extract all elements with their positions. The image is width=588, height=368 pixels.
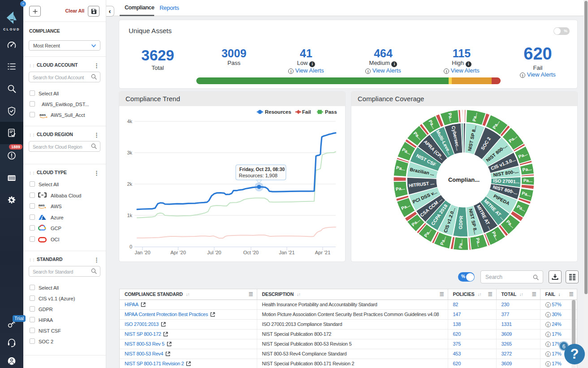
svg-text:Fail: Fail [302,109,311,115]
svg-text:Oct '20: Oct '20 [243,250,259,255]
svg-text:1k: 1k [127,213,132,218]
svg-text:Friday, Oct 23, 08:30: Friday, Oct 23, 08:30 [239,167,285,172]
svg-text:Resources: Resources [265,109,291,115]
svg-text:Jan '20: Jan '20 [134,250,150,255]
svg-text:Pa...: Pa... [458,239,463,248]
svg-text:Pass: Pass [325,109,337,115]
svg-text:Resources: 1,908: Resources: 1,908 [239,173,277,178]
svg-text:ISO 27001...: ISO 27001... [493,178,519,184]
svg-text:Jul '20: Jul '20 [207,250,221,255]
svg-text:Apr '20: Apr '20 [170,250,186,255]
svg-text:GDPR: GDPR [458,215,464,229]
svg-text:Complian...: Complian... [448,176,480,183]
svg-text:0: 0 [130,244,132,249]
svg-text:2k: 2k [127,181,132,187]
svg-text:3k: 3k [127,150,132,155]
svg-text:aws: aws [39,203,45,207]
svg-text:Pa...: Pa... [523,178,533,183]
svg-text:Apr '21: Apr '21 [315,250,331,255]
svg-text:aws: aws [39,113,46,117]
svg-text:4k: 4k [127,119,132,124]
svg-text:Jan '21: Jan '21 [279,250,294,255]
